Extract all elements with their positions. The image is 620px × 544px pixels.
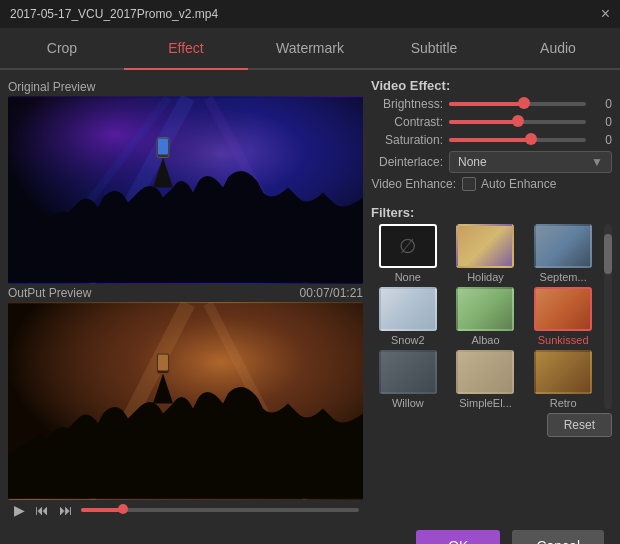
- checkbox-icon: [462, 177, 476, 191]
- filter-thumb-holiday: [456, 224, 514, 268]
- saturation-slider[interactable]: [449, 138, 586, 142]
- main-content: Original Preview: [0, 70, 620, 524]
- original-preview-section: Original Preview: [8, 78, 363, 284]
- filter-none[interactable]: ∅ None: [371, 224, 445, 283]
- filters-grid: ∅ None Holiday Septem...: [371, 224, 600, 409]
- tab-crop[interactable]: Crop: [0, 28, 124, 68]
- filter-name-simpleel: SimpleEl...: [459, 397, 512, 409]
- filter-name-septem: Septem...: [540, 271, 587, 283]
- window-title: 2017-05-17_VCU_2017Promo_v2.mp4: [10, 7, 218, 21]
- enhance-label: Video Enhance:: [371, 177, 456, 191]
- ok-button[interactable]: OK: [416, 530, 500, 544]
- prev-button[interactable]: ⏮: [33, 500, 51, 520]
- filter-name-holiday: Holiday: [467, 271, 504, 283]
- contrast-fill: [449, 120, 518, 124]
- filter-sunkissed[interactable]: Sunkissed: [526, 287, 600, 346]
- video-effect-section: Video Effect: Brightness: 0 Contrast: 0: [371, 78, 612, 199]
- reset-button[interactable]: Reset: [547, 413, 612, 437]
- bottom-bar: OK Cancel: [0, 524, 620, 544]
- brightness-row: Brightness: 0: [371, 97, 612, 111]
- contrast-value: 0: [592, 115, 612, 129]
- cancel-button[interactable]: Cancel: [512, 530, 604, 544]
- brightness-thumb[interactable]: [518, 97, 530, 109]
- output-time: 00:07/01:21: [300, 286, 363, 300]
- svg-rect-7: [158, 139, 168, 155]
- filter-snow2[interactable]: Snow2: [371, 287, 445, 346]
- filter-thumb-septem: [534, 224, 592, 268]
- filter-name-willow: Willow: [392, 397, 424, 409]
- deinterlace-select[interactable]: None ▼: [449, 151, 612, 173]
- original-preview-label: Original Preview: [8, 78, 363, 96]
- saturation-row: Saturation: 0: [371, 133, 612, 147]
- play-button[interactable]: ▶: [12, 500, 27, 520]
- filter-thumb-snow2: [379, 287, 437, 331]
- tab-subtitle[interactable]: Subtitle: [372, 28, 496, 68]
- filters-title: Filters:: [371, 205, 612, 220]
- filter-thumb-willow: [379, 350, 437, 394]
- output-header: OutPut Preview 00:07/01:21: [8, 284, 363, 302]
- output-preview-label: OutPut Preview: [8, 284, 91, 302]
- output-preview-image: [8, 302, 363, 500]
- progress-fill: [81, 508, 123, 512]
- contrast-row: Contrast: 0: [371, 115, 612, 129]
- saturation-fill: [449, 138, 531, 142]
- tab-audio[interactable]: Audio: [496, 28, 620, 68]
- tab-effect[interactable]: Effect: [124, 28, 248, 68]
- brightness-value: 0: [592, 97, 612, 111]
- filter-thumb-retro: [534, 350, 592, 394]
- filter-thumb-sunkissed: [534, 287, 592, 331]
- right-panel: Video Effect: Brightness: 0 Contrast: 0: [371, 78, 612, 516]
- original-preview-image: [8, 96, 363, 284]
- svg-rect-13: [158, 355, 168, 371]
- filter-thumb-none: ∅: [379, 224, 437, 268]
- filter-holiday[interactable]: Holiday: [449, 224, 523, 283]
- filter-name-retro: Retro: [550, 397, 577, 409]
- brightness-fill: [449, 102, 524, 106]
- deinterlace-value: None: [458, 155, 487, 169]
- filter-simpleel[interactable]: SimpleEl...: [449, 350, 523, 409]
- saturation-thumb[interactable]: [525, 133, 537, 145]
- contrast-slider[interactable]: [449, 120, 586, 124]
- filter-retro[interactable]: Retro: [526, 350, 600, 409]
- progress-handle[interactable]: [118, 504, 128, 514]
- filter-willow[interactable]: Willow: [371, 350, 445, 409]
- title-bar: 2017-05-17_VCU_2017Promo_v2.mp4 ×: [0, 0, 620, 28]
- enhance-row: Video Enhance: Auto Enhance: [371, 177, 612, 191]
- contrast-label: Contrast:: [371, 115, 443, 129]
- filters-grid-wrapper: ∅ None Holiday Septem...: [371, 224, 612, 409]
- filter-albao[interactable]: Albao: [449, 287, 523, 346]
- filter-thumb-albao: [456, 287, 514, 331]
- filter-name-snow2: Snow2: [391, 334, 425, 346]
- filter-name-none: None: [395, 271, 421, 283]
- brightness-label: Brightness:: [371, 97, 443, 111]
- filter-name-albao: Albao: [471, 334, 499, 346]
- brightness-slider[interactable]: [449, 102, 586, 106]
- saturation-value: 0: [592, 133, 612, 147]
- contrast-thumb[interactable]: [512, 115, 524, 127]
- left-panel: Original Preview: [8, 78, 363, 516]
- tab-watermark[interactable]: Watermark: [248, 28, 372, 68]
- video-effect-title: Video Effect:: [371, 78, 612, 93]
- scrollbar-thumb[interactable]: [604, 234, 612, 274]
- tab-bar: Crop Effect Watermark Subtitle Audio: [0, 28, 620, 70]
- deinterlace-label: Deinterlace:: [371, 155, 443, 169]
- reset-row: Reset: [371, 413, 612, 437]
- checkbox-label: Auto Enhance: [481, 177, 556, 191]
- filter-thumb-simpleel: [456, 350, 514, 394]
- filters-scrollbar[interactable]: [604, 224, 612, 409]
- progress-bar[interactable]: [81, 508, 359, 512]
- saturation-label: Saturation:: [371, 133, 443, 147]
- chevron-down-icon: ▼: [591, 155, 603, 169]
- close-button[interactable]: ×: [601, 6, 610, 22]
- filter-name-sunkissed: Sunkissed: [538, 334, 589, 346]
- filter-septem[interactable]: Septem...: [526, 224, 600, 283]
- next-button[interactable]: ⏭: [57, 500, 75, 520]
- auto-enhance-checkbox[interactable]: Auto Enhance: [462, 177, 556, 191]
- filters-section: Filters: ∅ None Holiday: [371, 205, 612, 516]
- player-controls: ▶ ⏮ ⏭: [8, 500, 363, 520]
- output-preview-section: OutPut Preview 00:07/01:21: [8, 284, 363, 500]
- deinterlace-row: Deinterlace: None ▼: [371, 151, 612, 173]
